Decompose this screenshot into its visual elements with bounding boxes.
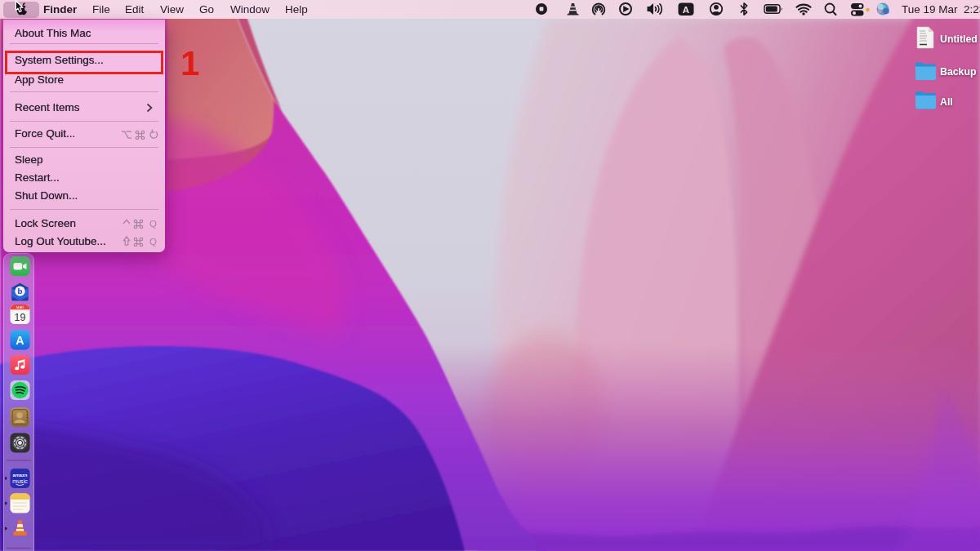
svg-text:amazn: amazn: [13, 473, 28, 478]
svg-text:Q: Q: [149, 219, 157, 229]
svg-text:MAR: MAR: [16, 305, 24, 309]
svg-text:19: 19: [15, 312, 26, 323]
svg-text:Q: Q: [149, 237, 157, 247]
svg-text:A: A: [16, 334, 24, 347]
svg-text:music: music: [12, 478, 28, 485]
svg-text:A: A: [683, 5, 689, 15]
svg-text:b: b: [18, 287, 23, 295]
